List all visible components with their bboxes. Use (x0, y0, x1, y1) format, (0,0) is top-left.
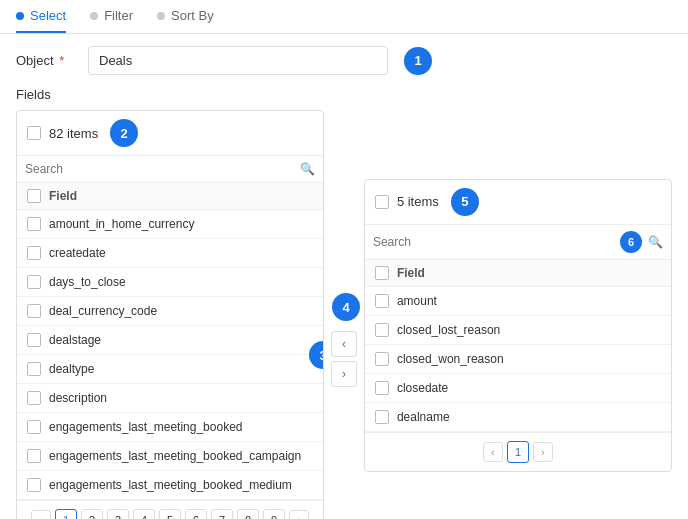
right-field-checkbox-3[interactable] (375, 381, 389, 395)
left-col-header-text: Field (49, 189, 77, 203)
left-field-list: 3 amount_in_home_currency createdate day… (17, 210, 323, 500)
left-panel: 82 items 2 🔍 Field 3 amount_in_home_curr… (16, 110, 324, 519)
right-panel-count: 5 items (397, 194, 439, 209)
badge-2: 2 (110, 119, 138, 147)
field-checkbox-4[interactable] (27, 333, 41, 347)
right-field-list: amount closed_lost_reason closed_won_rea… (365, 287, 671, 432)
field-checkbox-8[interactable] (27, 449, 41, 463)
left-col-header: Field (17, 183, 323, 210)
right-field-text-1: closed_lost_reason (397, 323, 500, 337)
left-col-header-checkbox[interactable] (27, 189, 41, 203)
right-field-text-3: closedate (397, 381, 448, 395)
field-text-1: createdate (49, 246, 106, 260)
field-checkbox-6[interactable] (27, 391, 41, 405)
object-label: Object * (16, 53, 76, 68)
left-page-next[interactable]: › (289, 510, 309, 519)
list-item[interactable]: engagements_last_meeting_booked_medium (17, 471, 323, 500)
left-page-3[interactable]: 3 (107, 509, 129, 519)
left-panel-count: 82 items (49, 126, 98, 141)
right-panel: 5 items 5 6 🔍 Field amount (364, 179, 672, 472)
right-page-prev[interactable]: ‹ (483, 442, 503, 462)
right-search-input[interactable] (373, 235, 610, 249)
list-item[interactable]: closed_won_reason (365, 345, 671, 374)
left-page-4[interactable]: 4 (133, 509, 155, 519)
left-page-6[interactable]: 6 (185, 509, 207, 519)
main-content: Object * 1 Fields 82 items 2 🔍 Field (0, 34, 688, 519)
left-page-2[interactable]: 2 (81, 509, 103, 519)
right-field-text-2: closed_won_reason (397, 352, 504, 366)
field-text-0: amount_in_home_currency (49, 217, 194, 231)
tab-select-label: Select (30, 8, 66, 23)
right-field-text-0: amount (397, 294, 437, 308)
field-text-2: days_to_close (49, 275, 126, 289)
tab-sortby-dot (157, 12, 165, 20)
right-panel-select-all[interactable] (375, 195, 389, 209)
transfer-column: 4 ‹ › (324, 263, 364, 387)
tab-filter-label: Filter (104, 8, 133, 23)
list-item[interactable]: engagements_last_meeting_booked_campaign (17, 442, 323, 471)
fields-label: Fields (16, 87, 672, 102)
right-field-checkbox-1[interactable] (375, 323, 389, 337)
left-page-8[interactable]: 8 (237, 509, 259, 519)
right-panel-header: 5 items 5 (365, 180, 671, 225)
right-field-checkbox-4[interactable] (375, 410, 389, 424)
field-text-4: dealstage (49, 333, 101, 347)
right-col-header-checkbox[interactable] (375, 266, 389, 280)
field-checkbox-7[interactable] (27, 420, 41, 434)
left-search-box: 🔍 (17, 156, 323, 183)
field-checkbox-1[interactable] (27, 246, 41, 260)
list-item[interactable]: createdate (17, 239, 323, 268)
transfer-right-btn[interactable]: › (331, 361, 357, 387)
field-text-8: engagements_last_meeting_booked_campaign (49, 449, 301, 463)
list-item[interactable]: amount (365, 287, 671, 316)
left-search-input[interactable] (25, 162, 294, 176)
right-field-checkbox-0[interactable] (375, 294, 389, 308)
object-input[interactable] (88, 46, 388, 75)
right-col-header: Field (365, 260, 671, 287)
object-row: Object * 1 (16, 46, 672, 75)
left-pagination: ‹ 1 2 3 4 5 6 7 8 9 › (17, 500, 323, 519)
list-item[interactable]: description (17, 384, 323, 413)
list-item[interactable]: closedate (365, 374, 671, 403)
transfer-left-btn[interactable]: ‹ (331, 331, 357, 357)
tabs-bar: Select Filter Sort By (0, 0, 688, 34)
left-page-9[interactable]: 9 (263, 509, 285, 519)
tab-filter-dot (90, 12, 98, 20)
field-checkbox-3[interactable] (27, 304, 41, 318)
field-text-9: engagements_last_meeting_booked_medium (49, 478, 292, 492)
field-checkbox-0[interactable] (27, 217, 41, 231)
right-page-next[interactable]: › (533, 442, 553, 462)
tab-select[interactable]: Select (16, 8, 66, 33)
tab-select-dot (16, 12, 24, 20)
list-item[interactable]: engagements_last_meeting_booked (17, 413, 323, 442)
field-checkbox-2[interactable] (27, 275, 41, 289)
left-page-prev[interactable]: ‹ (31, 510, 51, 519)
right-page-1[interactable]: 1 (507, 441, 529, 463)
list-item[interactable]: closed_lost_reason (365, 316, 671, 345)
list-item[interactable]: dealtype (17, 355, 323, 384)
field-checkbox-5[interactable] (27, 362, 41, 376)
field-text-3: deal_currency_code (49, 304, 157, 318)
list-item[interactable]: deal_currency_code (17, 297, 323, 326)
badge-5: 5 (451, 188, 479, 216)
left-page-5[interactable]: 5 (159, 509, 181, 519)
list-item[interactable]: dealstage (17, 326, 323, 355)
tab-filter[interactable]: Filter (90, 8, 133, 33)
left-page-7[interactable]: 7 (211, 509, 233, 519)
list-item[interactable]: dealname (365, 403, 671, 432)
badge-4: 4 (332, 293, 360, 321)
left-panel-select-all[interactable] (27, 126, 41, 140)
badge-1: 1 (404, 47, 432, 75)
tab-sortby-label: Sort By (171, 8, 214, 23)
right-field-text-4: dealname (397, 410, 450, 424)
right-field-checkbox-2[interactable] (375, 352, 389, 366)
list-item[interactable]: amount_in_home_currency (17, 210, 323, 239)
tab-sortby[interactable]: Sort By (157, 8, 214, 33)
right-search-icon: 🔍 (648, 235, 663, 249)
left-page-1[interactable]: 1 (55, 509, 77, 519)
right-search-box: 6 🔍 (365, 225, 671, 260)
field-checkbox-9[interactable] (27, 478, 41, 492)
right-col-header-text: Field (397, 266, 425, 280)
list-item[interactable]: days_to_close (17, 268, 323, 297)
field-text-7: engagements_last_meeting_booked (49, 420, 242, 434)
